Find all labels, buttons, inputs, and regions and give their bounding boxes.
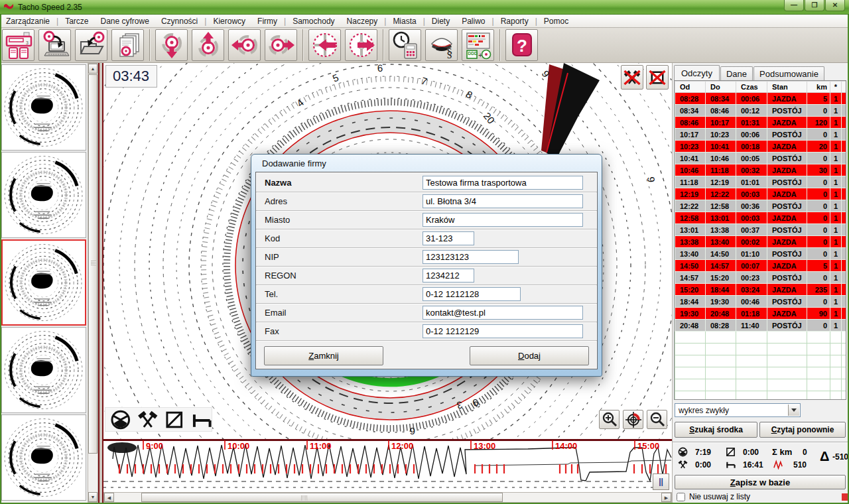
tachograph-reader-button[interactable]: 3 bbox=[2, 29, 34, 61]
table-row[interactable]: 10:4611:1800:32JAZDA301 bbox=[675, 164, 846, 176]
table-row[interactable]: 13:3813:4000:02JAZDA01 bbox=[675, 236, 846, 248]
dialog-title[interactable]: Dodawanie firmy bbox=[255, 155, 598, 172]
tab-odczyty[interactable]: Odczyty bbox=[674, 65, 720, 80]
disc-arrow-down-button[interactable] bbox=[155, 29, 188, 61]
column-header-stan[interactable]: Stan bbox=[767, 82, 807, 93]
menu-firmy[interactable]: Firmy bbox=[251, 17, 283, 26]
control-officer-button[interactable]: § bbox=[425, 29, 458, 61]
open-disc-file-button[interactable] bbox=[75, 29, 107, 61]
zamknij-button[interactable]: Zamknij bbox=[264, 346, 383, 365]
scroll-left-icon[interactable]: ◀ bbox=[104, 493, 114, 502]
menu-naczepy[interactable]: Naczepy bbox=[341, 17, 384, 26]
table-row[interactable]: 08:4610:1701:31JAZDA1201 bbox=[675, 117, 846, 129]
disc-collection-button[interactable] bbox=[111, 29, 144, 61]
find-center-button[interactable] bbox=[623, 410, 643, 429]
field-input-adres[interactable] bbox=[423, 194, 583, 208]
menu-zarz-dzanie[interactable]: Zarządzanie bbox=[0, 17, 56, 26]
zoom-out-button[interactable] bbox=[647, 410, 667, 429]
disc-thumbnail-4[interactable] bbox=[1, 327, 86, 413]
tab-dane[interactable]: Dane bbox=[720, 66, 753, 80]
find-center-action-button[interactable]: Szukaj środka bbox=[675, 422, 757, 438]
sidebar-splitter[interactable] bbox=[98, 63, 103, 504]
field-input-miasto[interactable] bbox=[423, 213, 583, 227]
field-input-nazwa[interactable] bbox=[423, 176, 583, 190]
scroll-right-icon[interactable]: ▶ bbox=[661, 493, 671, 502]
disc-thumbnail-2[interactable] bbox=[1, 152, 86, 238]
dodaj-button[interactable]: Dodaj bbox=[470, 346, 589, 365]
menu-diety[interactable]: Diety bbox=[426, 17, 456, 26]
table-row[interactable]: 12:1912:2200:03JAZDA01 bbox=[675, 188, 846, 200]
keep-in-list-checkbox[interactable] bbox=[677, 493, 685, 501]
scrollbar-thumb[interactable] bbox=[141, 493, 503, 502]
menu-miasta[interactable]: Miasta bbox=[387, 17, 422, 26]
menu-raporty[interactable]: Raporty bbox=[495, 17, 535, 26]
table-row[interactable]: 08:3408:4600:12POSTÓJ01 bbox=[675, 105, 846, 117]
table-row[interactable]: 14:5014:5700:07JAZDA51 bbox=[675, 260, 846, 272]
menu-czynno-ci[interactable]: Czynności bbox=[155, 17, 204, 26]
disc-arrow-right-button[interactable] bbox=[265, 29, 297, 61]
chart-type-select[interactable]: wykres zwykły bbox=[675, 403, 801, 417]
sidebar-scrollbar[interactable]: ▲ ▼ bbox=[88, 63, 98, 503]
time-calculator-button[interactable] bbox=[389, 29, 421, 61]
disc-to-computer-button[interactable] bbox=[38, 29, 71, 61]
column-header-[interactable]: * bbox=[830, 82, 842, 93]
menu-dane-cyfrowe[interactable]: Dane cyfrowe bbox=[95, 17, 155, 26]
disc-thumbnail-1[interactable] bbox=[1, 64, 86, 151]
title-bar[interactable]: Tacho Speed 2.35 — ❐ ✕ bbox=[0, 0, 849, 15]
column-header-do[interactable]: Do bbox=[706, 82, 736, 93]
toggle-availability-marks-button[interactable] bbox=[646, 65, 669, 90]
strip-scrollbar[interactable]: ◀ ▶ bbox=[103, 492, 672, 503]
column-header-km[interactable]: km bbox=[807, 82, 830, 93]
field-input-fax[interactable] bbox=[423, 324, 583, 338]
help-button[interactable]: ? bbox=[505, 29, 538, 61]
scroll-down-icon[interactable]: ▼ bbox=[88, 492, 98, 502]
save-to-database-button[interactable]: Zapisz w bazie bbox=[675, 475, 846, 489]
table-row[interactable]: 13:4014:5001:10POSTÓJ01 bbox=[675, 248, 846, 260]
table-row[interactable]: 14:5715:2000:23POSTÓJ01 bbox=[675, 272, 846, 284]
read-again-button[interactable]: Czytaj ponownie bbox=[759, 422, 846, 438]
table-row[interactable]: 12:2212:5800:36POSTÓJ01 bbox=[675, 200, 846, 212]
chevron-down-icon[interactable] bbox=[788, 405, 799, 416]
table-row[interactable]: 10:1710:2300:06POSTÓJ01 bbox=[675, 129, 846, 141]
field-input-kod[interactable] bbox=[423, 231, 474, 245]
disc-center-out-button[interactable] bbox=[345, 29, 377, 61]
disc-center-in-button[interactable] bbox=[308, 29, 341, 61]
zoom-in-button[interactable] bbox=[599, 410, 620, 429]
table-row[interactable]: 18:4419:3000:46POSTÓJ01 bbox=[675, 296, 846, 308]
minimize-button[interactable]: — bbox=[784, 0, 804, 11]
close-button[interactable]: ✕ bbox=[825, 0, 845, 11]
field-input-email[interactable] bbox=[423, 306, 583, 320]
table-row[interactable]: 10:2310:4100:18JAZDA201 bbox=[675, 141, 846, 153]
scroll-up-icon[interactable]: ▲ bbox=[88, 64, 98, 74]
scrollbar-thumb[interactable] bbox=[88, 74, 98, 454]
disc-arrow-left-button[interactable] bbox=[228, 29, 261, 61]
table-row[interactable]: 19:3020:4801:18JAZDA901 bbox=[675, 308, 846, 320]
table-row[interactable]: 12:5813:0100:03JAZDA01 bbox=[675, 212, 846, 224]
speed-trace-strip[interactable]: 9:0010:0011:0012:0013:0014:0015:00 || bbox=[103, 439, 672, 492]
disc-thumbnail-5[interactable] bbox=[1, 414, 86, 501]
disc-arrow-up-button[interactable] bbox=[192, 29, 224, 61]
menu-pomoc[interactable]: Pomoc bbox=[538, 17, 574, 26]
pause-strip-button[interactable]: || bbox=[653, 473, 669, 490]
tab-podsumowanie[interactable]: Podsumowanie bbox=[753, 66, 824, 80]
menu-tarcze[interactable]: Tarcze bbox=[59, 17, 94, 26]
table-row[interactable]: 20:4808:2811:40POSTÓJ01 bbox=[675, 320, 846, 332]
column-header-czas[interactable]: Czas bbox=[736, 82, 767, 93]
toolbar-separator bbox=[499, 29, 501, 61]
menu-kierowcy[interactable]: Kierowcy bbox=[207, 17, 251, 26]
digital-data-add-button[interactable]: DDD+ bbox=[462, 29, 494, 61]
restore-button[interactable]: ❐ bbox=[805, 0, 824, 11]
table-row[interactable]: 11:1812:1901:01POSTÓJ01 bbox=[675, 176, 846, 188]
column-header-od[interactable]: Od bbox=[675, 82, 706, 93]
field-input-regon[interactable] bbox=[423, 269, 474, 283]
disc-thumbnail-3[interactable] bbox=[1, 239, 86, 326]
menu-paliwo[interactable]: Paliwo bbox=[456, 17, 491, 26]
table-row[interactable]: 13:0113:3800:37POSTÓJ01 bbox=[675, 224, 846, 236]
field-input-tel[interactable] bbox=[423, 287, 521, 301]
table-row[interactable]: 10:4110:4600:05POSTÓJ01 bbox=[675, 153, 846, 164]
toggle-work-marks-button[interactable] bbox=[621, 65, 643, 90]
table-row[interactable]: 15:2018:4403:24JAZDA2351 bbox=[675, 284, 846, 296]
table-row[interactable]: 08:2808:3400:06JAZDA51 bbox=[675, 93, 846, 105]
menu-samochody[interactable]: Samochody bbox=[287, 17, 340, 26]
field-input-nip[interactable] bbox=[423, 250, 519, 264]
